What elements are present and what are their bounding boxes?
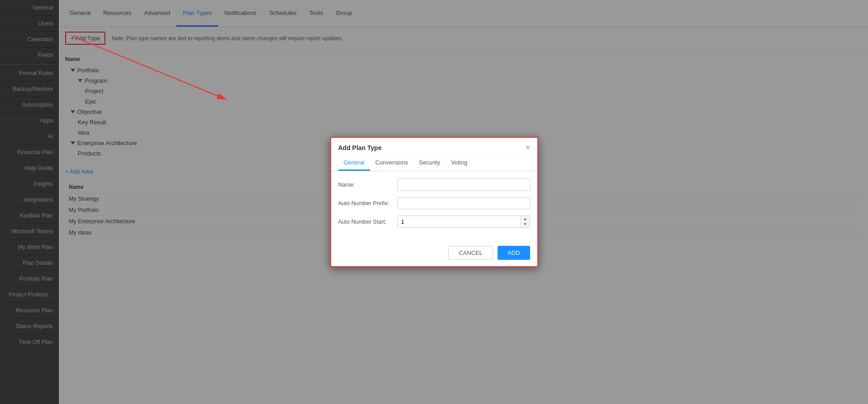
dialog-tab-security[interactable]: Security xyxy=(413,155,446,171)
arrow-annotation xyxy=(63,27,262,117)
auto-number-start-wrap: ▲ ▼ xyxy=(397,216,530,228)
add-plan-type-dialog: Add Plan Type × General Conversions Secu… xyxy=(330,137,538,267)
dialog-footer: CANCEL ADD xyxy=(331,241,537,266)
dialog-close-button[interactable]: × xyxy=(526,144,530,151)
auto-number-prefix-input[interactable] xyxy=(397,197,530,209)
dialog-tab-general[interactable]: General xyxy=(338,155,370,171)
name-input[interactable] xyxy=(397,179,530,191)
dialog-title: Add Plan Type xyxy=(338,144,382,151)
dialog-header: Add Plan Type × xyxy=(331,138,537,155)
modal-overlay: Add Plan Type × General Conversions Secu… xyxy=(0,0,868,404)
form-row-auto-number-prefix: Auto Number Prefix: xyxy=(338,197,530,209)
dialog-tab-voting[interactable]: Voting xyxy=(446,155,473,171)
spinner-down-button[interactable]: ▼ xyxy=(521,222,530,228)
dialog-tab-conversions[interactable]: Conversions xyxy=(370,155,413,171)
name-label: Name: xyxy=(338,182,397,188)
auto-number-start-input[interactable] xyxy=(398,216,521,227)
add-button[interactable]: ADD xyxy=(498,246,530,260)
cancel-button[interactable]: CANCEL xyxy=(448,246,493,260)
auto-number-prefix-label: Auto Number Prefix: xyxy=(338,200,397,207)
form-row-auto-number-start: Auto Number Start: ▲ ▼ xyxy=(338,216,530,228)
form-row-name: Name: xyxy=(338,179,530,191)
auto-number-start-label: Auto Number Start: xyxy=(338,219,397,225)
dialog-tabs: General Conversions Security Voting xyxy=(331,155,537,171)
number-spinners: ▲ ▼ xyxy=(521,216,530,227)
dialog-body: Name: Auto Number Prefix: Auto Number St… xyxy=(331,171,537,241)
svg-line-1 xyxy=(72,36,226,99)
spinner-up-button[interactable]: ▲ xyxy=(521,216,530,222)
